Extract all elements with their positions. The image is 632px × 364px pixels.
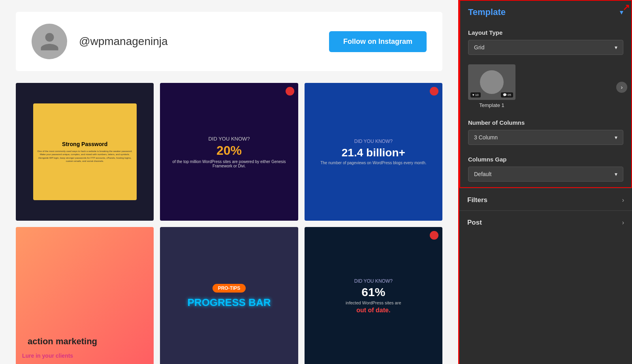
columns-dropdown[interactable]: 3 Column ▾ xyxy=(468,130,623,145)
grid-item-5: PRO-TIPS PROGRESS BAR xyxy=(160,227,298,364)
grid-item-1: Strong Password One of the most commonly… xyxy=(16,83,154,221)
post-section[interactable]: Post › xyxy=(459,210,632,233)
main-content: @wpmanageninja Follow on Instagram Stron… xyxy=(0,0,458,364)
post-chevron-icon: › xyxy=(622,219,624,226)
grid-item-4-sub: Lure in your clients xyxy=(22,353,103,359)
grid-item-1-text: One of the most commonly used ways to ha… xyxy=(37,150,133,163)
follow-instagram-button[interactable]: Follow on Instagram xyxy=(329,31,427,52)
template-section: ↗ Template ▾ Layout Type Grid ▾ ♥ 10 xyxy=(459,0,632,188)
grid-item-2: DID YOU KNOW? 20% of the top million Wor… xyxy=(160,83,298,221)
badge-icon xyxy=(286,87,294,96)
template-thumb-inner xyxy=(480,70,504,94)
template-thumbnails: ♥ 10 💬 05 Template 1 › xyxy=(460,60,631,114)
grid-item-2-content: DID YOU KNOW? 20% of the top million Wor… xyxy=(160,132,298,172)
template-title: Template xyxy=(468,7,506,17)
thumb-like-badge: ♥ 10 xyxy=(470,92,481,98)
thumb-comments: 05 xyxy=(508,93,511,97)
grid-item-3-text: The number of pageviews on WordPress blo… xyxy=(320,161,426,165)
gap-value: Default xyxy=(474,171,491,177)
columns-value: 3 Column xyxy=(474,134,498,141)
filters-label: Filters xyxy=(467,196,487,204)
layout-type-value: Grid xyxy=(474,44,484,51)
grid-item-6-danger: out of date. xyxy=(346,307,401,314)
badge-icon-6 xyxy=(430,231,438,240)
thumb-comment-badge: 💬 05 xyxy=(501,92,513,98)
gap-chevron-icon: ▾ xyxy=(615,171,617,177)
grid-item-3-content: DID YOU KNOW? 21.4 billion+ The number o… xyxy=(316,135,430,169)
gap-dropdown[interactable]: Default ▾ xyxy=(468,167,623,182)
instagram-grid: Strong Password One of the most commonly… xyxy=(16,83,442,364)
thumb-likes: 10 xyxy=(475,93,479,97)
template-thumb-1[interactable]: ♥ 10 💬 05 Template 1 xyxy=(468,64,515,108)
grid-item-4-title: action marketing xyxy=(22,331,103,352)
columns-chevron-icon: ▾ xyxy=(615,134,617,141)
grid-item-1-title: Strong Password xyxy=(62,141,107,147)
username-text: @wpmanageninja xyxy=(79,35,317,48)
grid-item-6-percent: 61% xyxy=(346,285,401,299)
template-thumb-label: Template 1 xyxy=(468,102,515,108)
template-next-button[interactable]: › xyxy=(616,82,627,93)
grid-item-6-text: infected WordPress sites are xyxy=(346,300,401,305)
layout-type-chevron-icon: ▾ xyxy=(615,44,617,51)
grid-item-2-text: of the top million WordPress sites are p… xyxy=(164,159,294,168)
grid-item-2-percent: 20% xyxy=(164,143,294,158)
profile-header: @wpmanageninja Follow on Instagram xyxy=(16,12,442,71)
grid-item-6-content: DID YOU KNOW? 61% infected WordPress sit… xyxy=(342,274,405,318)
grid-item-3: DID YOU KNOW? 21.4 billion+ The number o… xyxy=(305,83,442,221)
filters-chevron-icon: › xyxy=(622,197,624,204)
filters-section[interactable]: Filters › xyxy=(459,188,632,210)
grid-item-3-number: 21.4 billion+ xyxy=(320,146,426,159)
right-sidebar: ↗ Template ▾ Layout Type Grid ▾ ♥ 10 xyxy=(458,0,632,364)
post-label: Post xyxy=(467,219,482,227)
grid-item-5-badge: PRO-TIPS xyxy=(213,284,246,293)
gap-label: Columns Gap xyxy=(460,150,631,167)
layout-type-label: Layout Type xyxy=(460,24,631,40)
columns-label: Number of Columns xyxy=(460,114,631,130)
template-chevron-down-icon: ▾ xyxy=(620,8,623,17)
grid-item-6: DID YOU KNOW? 61% infected WordPress sit… xyxy=(305,227,442,364)
layout-type-dropdown[interactable]: Grid ▾ xyxy=(468,40,623,55)
template-header[interactable]: Template ▾ xyxy=(460,1,631,24)
template-thumb-image: ♥ 10 💬 05 xyxy=(468,64,515,100)
avatar xyxy=(32,24,67,59)
grid-item-4: action marketing Lure in your clients xyxy=(16,227,154,364)
grid-item-5-content: PRO-TIPS PROGRESS BAR xyxy=(188,284,271,309)
grid-item-5-title: PROGRESS BAR xyxy=(188,296,271,309)
badge-icon-3 xyxy=(430,87,438,96)
